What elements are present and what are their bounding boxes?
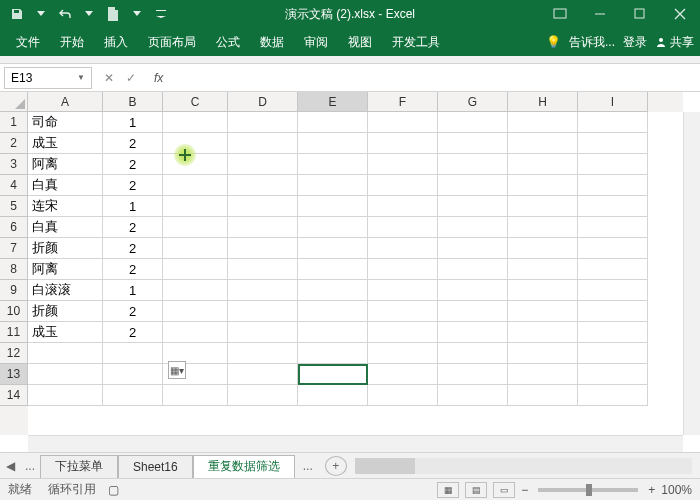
cell[interactable]: 折颜	[28, 238, 103, 259]
cell[interactable]: 白真	[28, 175, 103, 196]
col-header-A[interactable]: A	[28, 92, 103, 112]
cell[interactable]	[103, 364, 163, 385]
cell[interactable]	[578, 154, 648, 175]
cell[interactable]: 阿离	[28, 154, 103, 175]
cell[interactable]	[438, 154, 508, 175]
cell[interactable]	[368, 343, 438, 364]
cell[interactable]	[298, 280, 368, 301]
row-header[interactable]: 9	[0, 280, 28, 301]
add-sheet-button[interactable]: +	[325, 456, 347, 476]
row-header[interactable]: 8	[0, 259, 28, 280]
cell[interactable]	[438, 175, 508, 196]
cell[interactable]	[368, 259, 438, 280]
cell[interactable]	[508, 343, 578, 364]
cell[interactable]	[228, 133, 298, 154]
cell[interactable]	[508, 175, 578, 196]
cell[interactable]	[438, 196, 508, 217]
save-button[interactable]	[6, 3, 28, 25]
cell[interactable]: 折颜	[28, 301, 103, 322]
cell[interactable]	[228, 217, 298, 238]
cell[interactable]	[28, 364, 103, 385]
dropdown-icon[interactable]: ▼	[77, 73, 85, 82]
cell[interactable]	[163, 238, 228, 259]
tab-data[interactable]: 数据	[250, 28, 294, 56]
cell[interactable]	[368, 196, 438, 217]
cell[interactable]	[368, 385, 438, 406]
tab-scrollbar[interactable]	[355, 458, 692, 474]
cell[interactable]	[578, 196, 648, 217]
cell[interactable]: 司命	[28, 112, 103, 133]
cell[interactable]	[578, 385, 648, 406]
share-button[interactable]: 共享	[655, 34, 694, 51]
cell[interactable]	[368, 133, 438, 154]
cell[interactable]	[578, 175, 648, 196]
col-header-D[interactable]: D	[228, 92, 298, 112]
cell[interactable]	[508, 154, 578, 175]
cells-area[interactable]: ▦▾ 司命1成玉2阿离2白真2连宋1白真2折颜2阿离2白滚滚1折颜2成玉2	[28, 112, 683, 435]
row-header[interactable]: 14	[0, 385, 28, 406]
cell[interactable]	[298, 259, 368, 280]
tab-file[interactable]: 文件	[6, 28, 50, 56]
cell[interactable]	[163, 217, 228, 238]
cell[interactable]	[228, 301, 298, 322]
cell[interactable]	[368, 154, 438, 175]
cell[interactable]: 2	[103, 259, 163, 280]
cell[interactable]	[298, 322, 368, 343]
tab-dev[interactable]: 开发工具	[382, 28, 450, 56]
cell[interactable]	[578, 133, 648, 154]
cell[interactable]	[578, 364, 648, 385]
cell[interactable]	[298, 112, 368, 133]
row-header[interactable]: 1	[0, 112, 28, 133]
tab-review[interactable]: 审阅	[294, 28, 338, 56]
cell[interactable]	[163, 301, 228, 322]
cell[interactable]	[368, 112, 438, 133]
tab-insert[interactable]: 插入	[94, 28, 138, 56]
row-header[interactable]: 4	[0, 175, 28, 196]
cell[interactable]	[508, 280, 578, 301]
cell[interactable]	[298, 196, 368, 217]
col-header-G[interactable]: G	[438, 92, 508, 112]
cell[interactable]	[28, 385, 103, 406]
cell[interactable]	[438, 238, 508, 259]
cell[interactable]	[578, 301, 648, 322]
row-header[interactable]: 5	[0, 196, 28, 217]
cell[interactable]	[228, 280, 298, 301]
cell[interactable]	[368, 175, 438, 196]
row-header[interactable]: 11	[0, 322, 28, 343]
dropdown-icon[interactable]	[30, 3, 52, 25]
cell[interactable]	[368, 217, 438, 238]
row-header[interactable]: 7	[0, 238, 28, 259]
tab-nav-more-icon[interactable]: ...	[23, 461, 37, 471]
cell[interactable]	[368, 280, 438, 301]
tab-home[interactable]: 开始	[50, 28, 94, 56]
cancel-icon[interactable]: ✕	[104, 71, 114, 85]
cell[interactable]: 2	[103, 217, 163, 238]
cell[interactable]	[438, 217, 508, 238]
zoom-in-button[interactable]: +	[648, 483, 655, 497]
cell[interactable]	[228, 385, 298, 406]
cell[interactable]: 2	[103, 154, 163, 175]
cell[interactable]	[163, 196, 228, 217]
col-header-F[interactable]: F	[368, 92, 438, 112]
cell[interactable]: 白真	[28, 217, 103, 238]
cell[interactable]	[298, 175, 368, 196]
cell[interactable]	[368, 238, 438, 259]
record-macro-icon[interactable]: ▢	[108, 483, 119, 497]
cell[interactable]	[228, 259, 298, 280]
row-header[interactable]: 12	[0, 343, 28, 364]
enter-icon[interactable]: ✓	[126, 71, 136, 85]
tab-nav-more-icon[interactable]: ...	[295, 459, 321, 473]
close-button[interactable]	[660, 0, 700, 28]
cell[interactable]	[298, 217, 368, 238]
cell[interactable]: 阿离	[28, 259, 103, 280]
ribbon-options-icon[interactable]	[540, 0, 580, 28]
cell[interactable]: 成玉	[28, 133, 103, 154]
fx-icon[interactable]: fx	[148, 71, 163, 85]
cell[interactable]	[508, 238, 578, 259]
cell[interactable]: 白滚滚	[28, 280, 103, 301]
paste-options-icon[interactable]: ▦▾	[168, 361, 186, 379]
cell[interactable]	[368, 364, 438, 385]
cell[interactable]	[508, 364, 578, 385]
cell[interactable]	[228, 196, 298, 217]
row-header[interactable]: 3	[0, 154, 28, 175]
